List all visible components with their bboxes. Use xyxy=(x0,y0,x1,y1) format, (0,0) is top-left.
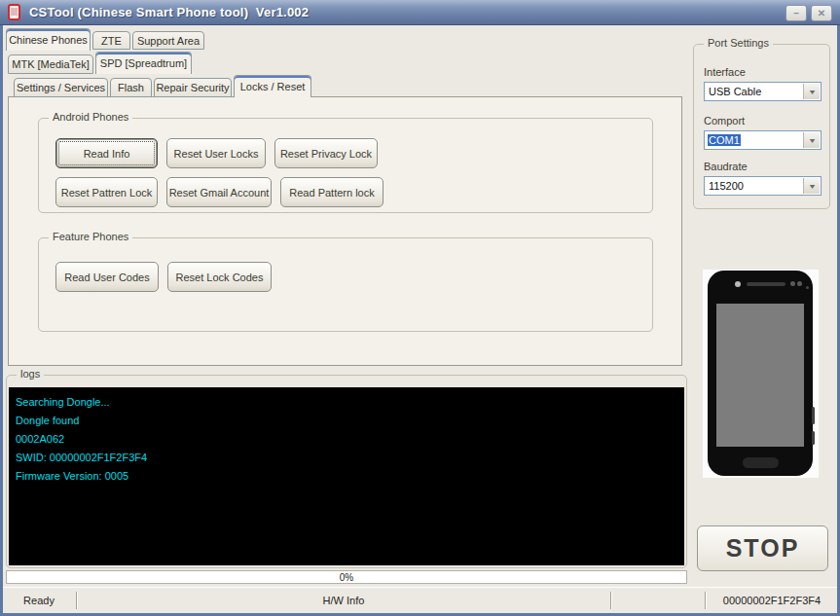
read-info-button[interactable]: Read Info xyxy=(55,138,158,168)
close-icon: ✕ xyxy=(818,8,825,18)
progress-bar: 0% xyxy=(6,570,687,584)
port-settings-group: Port Settings Interface USB Cable ▼ Comp… xyxy=(693,44,830,209)
comport-label: Comport xyxy=(704,115,745,127)
minimize-button[interactable]: – xyxy=(785,5,807,21)
tab-repair-security[interactable]: Repair Security xyxy=(154,78,232,97)
tab-support-area[interactable]: Support Area xyxy=(132,31,204,50)
read-user-codes-button[interactable]: Read User Codes xyxy=(55,262,159,292)
status-bar: Ready H/W Info 00000002F1F2F3F4 xyxy=(3,587,837,613)
status-hw-info: H/W Info xyxy=(78,588,609,613)
logs-group-title: logs xyxy=(17,368,44,380)
stop-button[interactable]: STOP xyxy=(697,525,828,571)
locks-reset-pane: Android Phones Read Info Reset User Lock… xyxy=(8,96,682,366)
minimize-icon: – xyxy=(793,8,799,18)
app-window: CSTool (Chinese Smart Phone tool) Ver1.0… xyxy=(0,0,840,616)
logs-group: logs Searching Dongle... Dongle found 00… xyxy=(6,375,687,568)
comport-dropdown-button[interactable]: ▼ xyxy=(803,132,820,148)
read-pattern-lock-button[interactable]: Read Pattern lock xyxy=(280,177,383,207)
phone-sensor-dot xyxy=(797,281,802,286)
interface-value: USB Cable xyxy=(708,86,762,97)
phone-sensor-dot xyxy=(790,281,795,286)
phone-screen xyxy=(716,304,804,447)
reset-privacy-lock-button[interactable]: Reset Privacy Lock xyxy=(274,138,378,168)
android-phones-group: Android Phones Read Info Reset User Lock… xyxy=(38,118,653,213)
status-separator xyxy=(610,592,611,609)
status-separator xyxy=(705,592,706,609)
phone-body xyxy=(708,271,813,476)
phone-sensor-dot xyxy=(806,286,809,289)
comport-select[interactable]: COM1 ▼ xyxy=(704,130,822,150)
baudrate-label: Baudrate xyxy=(704,161,748,172)
chevron-down-icon: ▼ xyxy=(807,89,816,95)
tab-spd-spreadtrum[interactable]: SPD [Spreadtrum] xyxy=(95,52,192,74)
phone-home-button xyxy=(743,457,779,468)
comport-value: COM1 xyxy=(708,134,741,146)
interface-select[interactable]: USB Cable ▼ xyxy=(704,82,822,101)
log-line: Dongle found xyxy=(16,412,677,430)
window-controls: – ✕ xyxy=(785,5,832,21)
tab-flash[interactable]: Flash xyxy=(110,78,152,97)
log-line: Firmware Version: 0005 xyxy=(16,467,677,486)
log-line: 0002A062 xyxy=(16,430,677,449)
interface-label: Interface xyxy=(704,66,746,78)
baudrate-value: 115200 xyxy=(708,180,745,192)
port-settings-group-title: Port Settings xyxy=(704,37,773,49)
status-ready: Ready xyxy=(3,588,75,613)
tab-mtk-mediatek[interactable]: MTK [MediaTek] xyxy=(8,54,93,74)
progress-percent: 0% xyxy=(340,572,353,583)
window-title: CSTool (Chinese Smart Phone tool) Ver1.0… xyxy=(29,5,309,19)
reset-lock-codes-button[interactable]: Reset Lock Codes xyxy=(167,262,272,292)
phone-illustration xyxy=(703,270,819,478)
close-button[interactable]: ✕ xyxy=(811,5,832,21)
android-phones-group-title: Android Phones xyxy=(49,111,132,123)
status-empty-cell xyxy=(612,588,704,613)
chevron-down-icon: ▼ xyxy=(807,183,816,190)
log-line: SWID: 00000002F1F2F3F4 xyxy=(16,449,677,467)
feature-phones-group: Feature Phones Read User Codes Reset Loc… xyxy=(38,237,653,332)
status-separator xyxy=(76,592,77,609)
phone-camera-dot xyxy=(735,281,741,287)
phone-speaker xyxy=(747,282,785,286)
interface-dropdown-button[interactable]: ▼ xyxy=(803,84,820,99)
reset-user-locks-button[interactable]: Reset User Locks xyxy=(166,138,266,168)
log-line: Searching Dongle... xyxy=(16,393,677,412)
reset-pattren-lock-button[interactable]: Reset Pattren Lock xyxy=(55,177,158,207)
reset-gmail-account-button[interactable]: Reset Gmail Account xyxy=(166,177,272,207)
phone-side-button xyxy=(812,407,815,424)
tab-zte[interactable]: ZTE xyxy=(92,31,130,50)
log-output: Searching Dongle... Dongle found 0002A06… xyxy=(9,387,684,565)
title-bar: CSTool (Chinese Smart Phone tool) Ver1.0… xyxy=(0,0,840,25)
tab-settings-services[interactable]: Settings / Services xyxy=(14,78,108,97)
chevron-down-icon: ▼ xyxy=(807,137,816,144)
baudrate-dropdown-button[interactable]: ▼ xyxy=(803,178,820,194)
feature-phones-group-title: Feature Phones xyxy=(49,231,132,242)
phone-side-button xyxy=(812,431,815,445)
status-serial: 00000002F1F2F3F4 xyxy=(707,588,837,613)
baudrate-select[interactable]: 115200 ▼ xyxy=(704,176,822,196)
tab-chinese-phones[interactable]: Chinese Phones xyxy=(6,28,91,51)
tab-locks-reset[interactable]: Locks / Reset xyxy=(234,75,311,97)
window-border-left xyxy=(0,25,3,616)
app-phone-icon xyxy=(8,4,20,20)
